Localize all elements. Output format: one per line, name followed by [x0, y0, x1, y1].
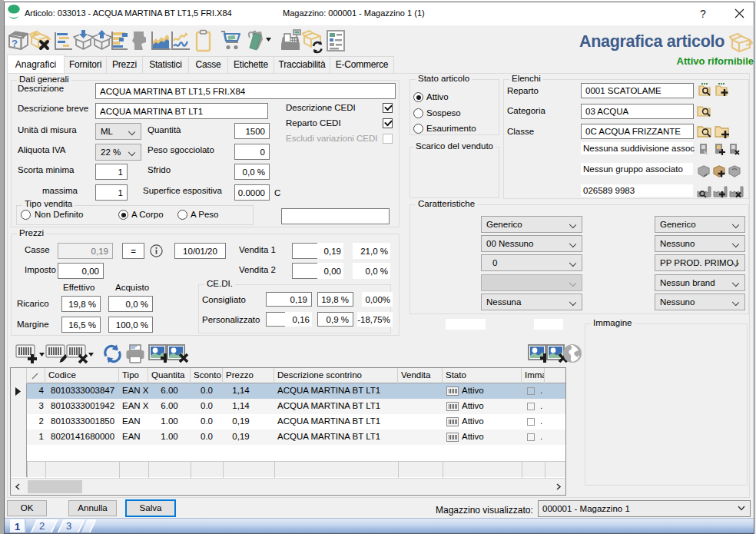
svg-text:?: ?	[12, 38, 18, 49]
